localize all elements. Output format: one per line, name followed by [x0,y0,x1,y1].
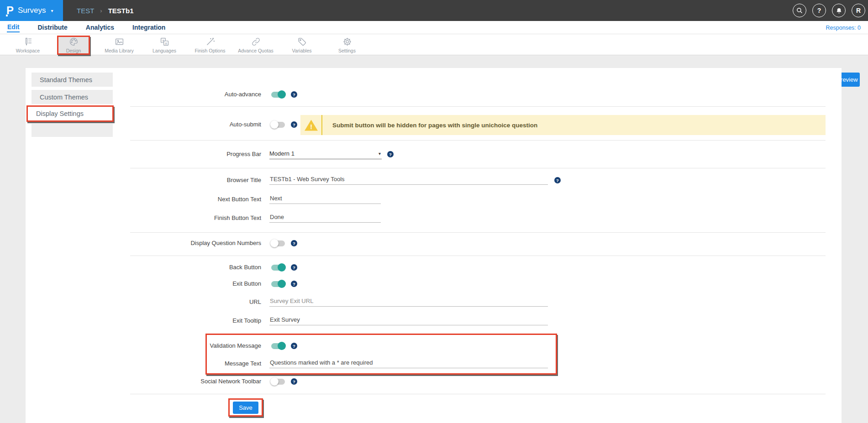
sidebar-item-standard-themes[interactable]: Standard Themes [32,73,113,87]
auto-submit-warning-banner: ! Submit button will be hidden for pages… [300,115,826,135]
exit-tooltip-input[interactable] [269,315,548,325]
display-settings-panel: Standard Themes Custom Themes Display Se… [26,68,842,423]
survey-nav-tabs: Edit Distribute Analytics Integration [0,21,868,34]
chevron-down-icon: ▾ [379,151,381,156]
gear-icon [342,37,352,47]
media-library-icon [114,37,125,47]
warning-divider [321,115,322,135]
display-question-numbers-label: Display Question Numbers [26,238,261,249]
breadcrumb-separator: › [100,7,102,14]
toolbar-item-media-library[interactable]: Media Library [101,36,137,55]
exit-tooltip-label: Exit Tooltip [26,315,261,326]
questionpro-logo-icon: P [6,5,14,16]
breadcrumb-survey-name: TESTb1 [108,7,134,15]
section-divider [130,394,826,394]
browser-title-input[interactable] [269,175,548,185]
auto-advance-toggle[interactable] [271,92,285,98]
notifications-bell-icon[interactable] [832,4,846,17]
social-network-toolbar-row: Social Network Toolbar ? [26,376,826,387]
breadcrumb: TEST › TESTb1 [77,0,134,21]
warning-triangle-icon: ! [304,119,318,131]
display-question-numbers-row: Display Question Numbers ? [26,238,826,249]
browser-title-label: Browser Title [26,175,261,186]
exit-button-row: Exit Button ? [26,278,826,289]
exit-tooltip-row: Exit Tooltip [26,315,826,326]
magic-wand-icon [205,37,216,47]
message-text-label: Message Text [26,358,261,369]
toolbar-item-workspace[interactable]: Workspace [10,36,46,55]
svg-text:!: ! [310,123,312,131]
browser-title-row: Browser Title ? [26,175,826,186]
avatar[interactable]: R [852,4,865,17]
save-button[interactable]: Save [233,402,258,414]
help-icon[interactable]: ? [291,281,297,287]
auto-advance-row: Auto-advance ? [26,89,826,100]
tab-integration[interactable]: Integration [132,23,166,32]
validation-message-label: Validation Message [26,340,261,351]
next-button-text-input[interactable] [269,194,381,204]
toolbar-item-advance-quotas[interactable]: Advance Quotas [237,36,274,55]
exit-url-row: URL [26,297,826,308]
help-icon[interactable]: ? [291,264,297,271]
toolbar-item-languages[interactable]: aA Languages [146,36,183,55]
validation-message-toggle[interactable] [271,343,285,349]
display-question-numbers-toggle[interactable] [271,240,285,246]
header-icon-group: ? R [793,4,865,17]
toolbar-item-design[interactable]: Design [57,36,90,55]
surveys-menu[interactable]: P Surveys ▾ [0,0,63,21]
help-icon[interactable]: ? [291,343,297,349]
toolbar-item-finish-options[interactable]: Finish Options [192,36,228,55]
breadcrumb-folder[interactable]: TEST [77,7,94,15]
message-text-input[interactable] [269,358,548,368]
top-header-bar: P Surveys ▾ TEST › TESTb1 ? R [0,0,868,21]
tag-icon [297,37,307,47]
next-button-text-label: Next Button Text [26,194,261,205]
annotation-box-save: Save [228,398,263,417]
section-divider [130,140,826,141]
chevron-down-icon: ▾ [51,8,53,13]
help-icon[interactable]: ? [812,4,826,17]
progress-bar-label: Progress Bar [26,149,261,160]
tab-distribute[interactable]: Distribute [37,23,68,32]
auto-submit-toggle[interactable] [271,122,285,128]
svg-text:A: A [165,42,167,45]
warning-message: Submit button will be hidden for pages w… [332,122,537,129]
help-icon[interactable]: ? [554,177,561,183]
finish-button-text-label: Finish Button Text [26,213,261,224]
auto-submit-label: Auto-submit [26,119,261,130]
social-network-toolbar-label: Social Network Toolbar [26,376,261,387]
message-text-row: Message Text [26,358,826,369]
workspace-icon [22,37,33,47]
toolbar-item-variables[interactable]: Variables [284,36,320,55]
section-divider [130,232,826,233]
toolbar-item-settings[interactable]: Settings [329,36,365,55]
exit-url-input[interactable] [269,297,548,307]
help-icon[interactable]: ? [291,121,297,128]
languages-icon: aA [159,37,170,47]
surveys-menu-label: Surveys [18,6,46,15]
section-divider [130,256,826,256]
progress-bar-row: Progress Bar Modern 1 ▾ ? [26,149,826,160]
progress-bar-select[interactable]: Modern 1 ▾ [269,149,382,159]
responses-count[interactable]: Responses: 0 [826,21,861,34]
help-icon[interactable]: ? [291,240,297,246]
back-button-toggle[interactable] [271,265,285,271]
exit-button-toggle[interactable] [271,281,285,287]
design-palette-icon [68,37,79,47]
exit-url-label: URL [26,297,261,308]
auto-advance-label: Auto-advance [26,89,261,100]
help-icon[interactable]: ? [291,91,297,98]
section-divider [130,168,826,168]
finish-button-text-input[interactable] [269,213,381,223]
help-icon[interactable]: ? [291,378,297,385]
search-icon[interactable] [793,4,806,17]
validation-message-row: Validation Message ? [26,340,826,351]
next-button-text-row: Next Button Text [26,194,826,205]
tab-edit[interactable]: Edit [7,22,20,32]
back-button-row: Back Button ? [26,262,826,273]
social-network-toolbar-toggle[interactable] [271,379,285,385]
help-icon[interactable]: ? [387,151,394,157]
tab-analytics[interactable]: Analytics [85,23,115,32]
section-divider [130,106,826,107]
finish-button-text-row: Finish Button Text [26,213,826,224]
